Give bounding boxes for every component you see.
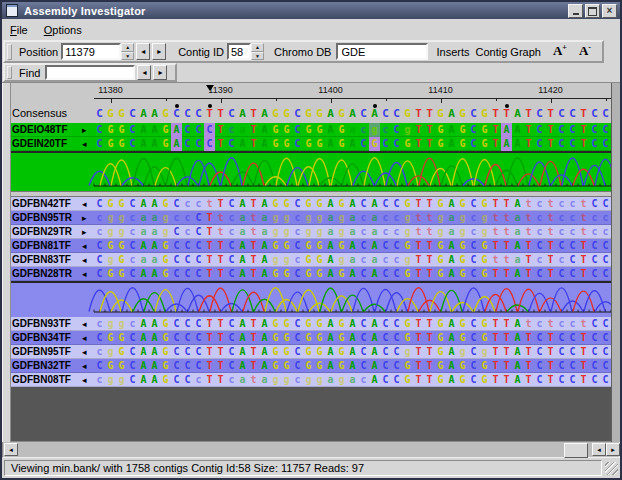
base: C <box>193 225 204 239</box>
splitter-handle[interactable] <box>2 83 11 442</box>
read-name[interactable]: GDFBN32TF <box>12 359 80 373</box>
close-button[interactable]: × <box>602 4 617 18</box>
scrollbar-thumb[interactable] <box>564 443 588 458</box>
base: C <box>358 137 369 151</box>
base: A <box>138 331 149 345</box>
read-row[interactable]: GDFBN08TF◂cggCAAGCCcTTcataggcggagacACCGT… <box>2 373 612 387</box>
menu-options[interactable]: Options <box>36 22 90 38</box>
ruler[interactable]: 1138011390114001141011420 <box>2 83 612 103</box>
minimize-button[interactable] <box>568 4 583 18</box>
find-input[interactable] <box>45 65 135 80</box>
read-name[interactable]: GDEIN20TF <box>12 137 80 151</box>
read-name[interactable]: GDFBN08TF <box>12 373 80 387</box>
base: G <box>479 373 490 387</box>
base: C <box>226 359 237 373</box>
base: T <box>490 331 501 345</box>
base: C <box>600 137 611 151</box>
base: G <box>336 359 347 373</box>
position-input[interactable] <box>61 43 121 60</box>
read-row[interactable]: GDFBN95TR▸cggcaagccCTtcataggcggagacaccgt… <box>2 211 612 225</box>
find-drag-handle[interactable] <box>7 66 12 79</box>
read-row[interactable]: GDFBN32TF◂CGGCAAGCCCTTCATAGGCGGAGACACCGT… <box>2 359 612 373</box>
read-row[interactable]: GDFBN29TR▸cggcaagCcCTtcataggcggagacaccgt… <box>2 225 612 239</box>
chromo-db-input[interactable] <box>336 43 428 60</box>
read-name[interactable]: GDFBN42TF <box>12 197 80 211</box>
read-row[interactable]: GDFBN81TF◂CGGCAAGCCCTTCATAGGCGGAGACACCGT… <box>2 239 612 253</box>
read-row[interactable]: GDFBN93TF◂cggcAAGCCCTTCATAGGCGGAGACACCGT… <box>2 317 612 331</box>
base: C <box>589 106 600 123</box>
read-name[interactable]: GDFBN93TF <box>12 317 80 331</box>
base: T <box>215 123 226 137</box>
contig-id-spin-down[interactable]: ▼ <box>251 52 264 61</box>
read-row[interactable]: GDFBN95TF◂cgGCAAGCCCTTCATAGGCGGAGACACCgT… <box>2 345 612 359</box>
base: G <box>270 345 281 359</box>
horizontal-scrollbar[interactable]: ◂ ◂ ▸ <box>2 441 620 458</box>
read-name[interactable]: GDFBN95TR <box>12 211 80 225</box>
read-name[interactable]: GDFBN95TF <box>12 345 80 359</box>
position-prev-button[interactable]: ◂ <box>136 43 150 60</box>
base: a <box>138 253 149 267</box>
base: T <box>215 106 226 123</box>
position-spin-down[interactable]: ▼ <box>121 52 134 61</box>
read-name[interactable]: GDFBN29TR <box>12 225 80 239</box>
base: T <box>490 373 501 387</box>
position-spin-up[interactable]: ▲ <box>121 43 134 52</box>
read-row[interactable]: GDEIO48TF▸CGGCAAGACCCTcaTAGGCGGAGacgcCgT… <box>2 123 612 137</box>
base: G <box>336 345 347 359</box>
font-decrease-button[interactable]: A- <box>576 43 594 59</box>
find-prev-button[interactable]: ◂ <box>137 65 151 80</box>
read-row[interactable]: GDFBN28TR◂CGGCAAGCCCTTCATAGGCGGAGACACCGT… <box>2 267 612 281</box>
base: C <box>292 137 303 151</box>
base: C <box>193 267 204 281</box>
maximize-button[interactable] <box>585 4 600 18</box>
base: C <box>391 197 402 211</box>
scroll-left-button-2[interactable]: ◂ <box>592 443 606 456</box>
read-name[interactable]: GDEIO48TF <box>12 123 80 137</box>
read-name[interactable]: GDFBN28TR <box>12 267 80 281</box>
base: g <box>479 211 490 225</box>
base: G <box>281 106 292 123</box>
find-next-button[interactable]: ▸ <box>153 65 167 80</box>
position-next-button[interactable]: ▸ <box>152 43 166 60</box>
base: C <box>380 345 391 359</box>
base: C <box>391 317 402 331</box>
main-toolbar: Position ▲ ▼ ◂ ▸ Contig ID ▲ ▼ Chromo DB <box>2 40 620 63</box>
toolbar-drag-handle[interactable] <box>7 44 12 60</box>
font-increase-button[interactable]: A+ <box>550 43 570 59</box>
base: C <box>600 331 611 345</box>
contig-id-spin-up[interactable]: ▲ <box>251 43 264 52</box>
read-row[interactable]: GDEIN20TF◂CGGCAAGACCCTCATAGGCGGAGACGCCGT… <box>2 137 612 151</box>
contig-graph-button[interactable]: Contig Graph <box>475 46 540 58</box>
consensus-row[interactable]: Consensus CGGCAAGCCCTTCATAGGCGGAGACACCGT… <box>2 103 612 123</box>
scroll-right-button[interactable]: ▸ <box>606 443 620 456</box>
read-row[interactable]: GDFBN34TF◂CGGCAAGCCCTTCATAGGCGGAGACACCGT… <box>2 331 612 345</box>
base: C <box>556 373 567 387</box>
find-panel: Find ◂ ▸ <box>3 63 177 82</box>
base: C <box>193 253 204 267</box>
base: T <box>501 373 512 387</box>
base: G <box>479 197 490 211</box>
base: G <box>435 137 446 151</box>
resize-grip[interactable] <box>605 462 618 475</box>
base: a <box>149 225 160 239</box>
base: T <box>248 253 259 267</box>
read-row[interactable]: GDFBN83TF◂CgGcaaGCCCTTCATAggcGGAgacaccgT… <box>2 253 612 267</box>
base: C <box>589 197 600 211</box>
read-row[interactable]: GDFBN42TF◂CGGCAAGCcctTCATAGGCGGAGACACCGT… <box>2 197 612 211</box>
inserts-button[interactable]: Inserts <box>436 46 469 58</box>
read-name[interactable]: GDFBN81TF <box>12 239 80 253</box>
read-name[interactable]: GDFBN34TF <box>12 331 80 345</box>
scroll-left-button[interactable]: ◂ <box>4 443 18 456</box>
menu-file[interactable]: File <box>2 22 36 38</box>
vertical-scrollbar[interactable] <box>611 83 620 442</box>
read-name[interactable]: GDFBN83TF <box>12 253 80 267</box>
base: t <box>523 317 534 331</box>
contig-id-input[interactable] <box>227 43 251 60</box>
base: C <box>567 123 578 137</box>
base: T <box>204 373 215 387</box>
base: G <box>479 106 490 123</box>
base: T <box>578 253 589 267</box>
base: T <box>424 137 435 151</box>
titlebar[interactable]: Assembly Investigator × <box>2 2 620 19</box>
base: C <box>391 373 402 387</box>
